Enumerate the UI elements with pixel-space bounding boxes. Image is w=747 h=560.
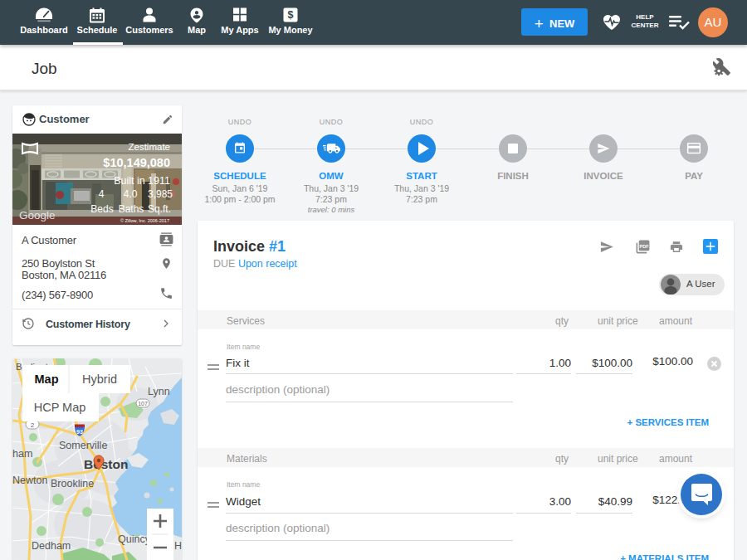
svg-text:Hybrid: Hybrid <box>82 373 117 386</box>
svg-text:Dedham: Dedham <box>32 540 71 552</box>
svg-text:ham: ham <box>12 448 32 460</box>
svg-text:3,985: 3,985 <box>148 188 173 200</box>
svg-text:2: 2 <box>31 421 35 429</box>
svg-text:PDF: PDF <box>640 244 650 249</box>
svg-text:Somerville: Somerville <box>59 440 107 451</box>
svg-text:Google: Google <box>19 209 56 222</box>
svg-text:$: $ <box>288 9 294 21</box>
svg-text:Hi: Hi <box>174 540 182 552</box>
svg-text:93: 93 <box>76 429 83 435</box>
svg-text:107: 107 <box>138 401 148 407</box>
svg-text:Brookline: Brookline <box>51 478 94 489</box>
svg-text:Beds: Beds <box>90 203 113 215</box>
svg-text:Boston: Boston <box>84 457 128 471</box>
svg-text:Newton: Newton <box>12 475 47 486</box>
svg-text:4.0: 4.0 <box>124 188 138 200</box>
svg-text:Baths: Baths <box>119 203 144 215</box>
svg-text:© Zillow, Inc. 2006-2017: © Zillow, Inc. 2006-2017 <box>120 218 169 223</box>
svg-text:4: 4 <box>99 188 105 200</box>
svg-text:Map: Map <box>35 373 59 386</box>
svg-text:HCP Map: HCP Map <box>34 401 86 414</box>
svg-text:Built in 1911: Built in 1911 <box>114 175 170 187</box>
svg-text:Quincy: Quincy <box>118 533 151 545</box>
svg-text:Sq.ft.: Sq.ft. <box>148 203 171 215</box>
svg-text:$10,149,080: $10,149,080 <box>103 156 170 169</box>
svg-text:Lynn: Lynn <box>148 386 170 397</box>
svg-text:Zestimate: Zestimate <box>129 142 171 152</box>
